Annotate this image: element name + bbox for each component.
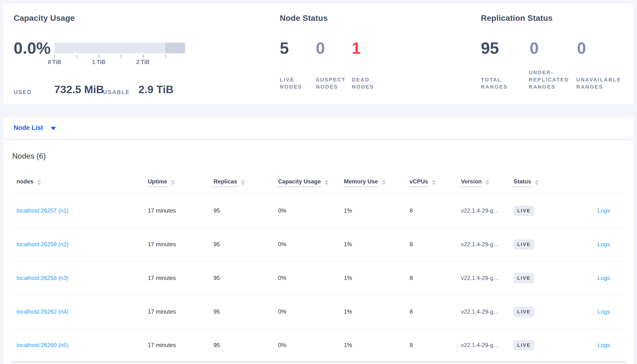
- memory-cell: 1%: [344, 308, 410, 315]
- dead-nodes-label: DEAD NODES: [352, 76, 381, 90]
- col-header-memory[interactable]: Memory Use: [344, 178, 410, 187]
- col-header-label: Status: [514, 178, 531, 187]
- capacity-cell: 0%: [278, 241, 344, 248]
- version-cell: v22.1.4-29-g…: [461, 342, 514, 348]
- col-header-label: Memory Use: [344, 178, 378, 187]
- node-cell: localhost:26259 (n2): [10, 241, 148, 248]
- node-cell: localhost:26262 (n4): [10, 308, 148, 315]
- col-header-label: nodes: [17, 178, 34, 187]
- col-header-node[interactable]: nodes: [10, 178, 148, 187]
- under-replicated-ranges-count: 0: [530, 39, 539, 57]
- node-link[interactable]: localhost:26257 (n1): [17, 207, 68, 214]
- node-link[interactable]: localhost:26262 (n4): [17, 308, 68, 315]
- used-value: 732.5 MiB: [54, 83, 104, 96]
- memory-cell: 1%: [344, 275, 410, 281]
- axis-tick: [77, 55, 77, 58]
- col-header-uptime[interactable]: Uptime: [148, 178, 213, 187]
- capacity-usage-title: Capacity Usage: [14, 13, 75, 23]
- total-ranges-label: TOTAL RANGES: [481, 76, 517, 90]
- memory-cell: 1%: [344, 241, 410, 248]
- node-list-dropdown-label: Node List: [14, 124, 43, 132]
- col-header-label: vCPUs: [410, 178, 428, 187]
- replicas-cell: 95: [213, 241, 278, 248]
- axis-tick: [121, 55, 121, 58]
- node-list-dropdown[interactable]: Node List: [14, 124, 56, 132]
- col-header-status[interactable]: Status: [514, 178, 580, 187]
- logs-cell: Logs: [597, 207, 627, 214]
- table-row: localhost:26258 (n3)17 minutes950%1%8v22…: [10, 261, 627, 295]
- uptime-cell: 17 minutes: [148, 241, 213, 248]
- node-cell: localhost:26257 (n1): [10, 207, 148, 214]
- capacity-bar-reserved-segment: [165, 43, 185, 53]
- logs-link[interactable]: Logs: [597, 275, 610, 281]
- vcpus-cell: 8: [410, 308, 461, 315]
- col-header-label: Capacity Usage: [278, 178, 321, 187]
- sort-icon: [382, 180, 386, 185]
- live-nodes-label: LIVE NODES: [280, 76, 308, 90]
- node-link[interactable]: localhost:26258 (n3): [17, 275, 68, 281]
- table-header-row: nodesUptimeReplicasCapacity UsageMemory …: [10, 171, 627, 194]
- col-header-vcpus[interactable]: vCPUs: [410, 178, 461, 187]
- vcpus-cell: 8: [410, 207, 461, 214]
- node-cell: localhost:26260 (n5): [10, 342, 148, 348]
- sort-icon: [325, 180, 329, 185]
- capacity-cell: 0%: [278, 342, 344, 348]
- cluster-summary-panel: Capacity Usage 0.0% 0 TiB 1 TiB 2 TiB US…: [3, 3, 634, 104]
- logs-link[interactable]: Logs: [597, 241, 610, 248]
- axis-tick: [99, 55, 99, 58]
- sort-icon: [535, 180, 539, 185]
- version-cell: v22.1.4-29-g…: [461, 207, 514, 214]
- logs-cell: Logs: [597, 342, 627, 348]
- sort-icon: [171, 180, 175, 185]
- replicas-cell: 95: [213, 308, 278, 315]
- status-badge: LIVE: [514, 340, 534, 350]
- replicas-cell: 95: [213, 207, 278, 214]
- usable-label: USABLE: [103, 89, 130, 96]
- axis-tick-label: 2 TiB: [136, 59, 150, 66]
- table-row: localhost:26262 (n4)17 minutes950%1%8v22…: [10, 295, 627, 329]
- capacity-cell: 0%: [278, 308, 344, 315]
- col-header-replicas[interactable]: Replicas: [213, 178, 278, 187]
- status-cell: LIVE: [514, 273, 580, 283]
- status-badge: LIVE: [514, 273, 534, 283]
- node-link[interactable]: localhost:26259 (n2): [17, 241, 68, 248]
- uptime-cell: 17 minutes: [148, 275, 213, 281]
- view-selector-bar: Node List: [3, 117, 634, 139]
- dead-nodes-count: 1: [352, 39, 361, 57]
- capacity-usage-bar: 0 TiB 1 TiB 2 TiB: [54, 43, 185, 53]
- capacity-percent: 0.0%: [14, 39, 51, 57]
- logs-cell: Logs: [597, 241, 627, 248]
- suspect-nodes-count: 0: [316, 39, 325, 57]
- version-cell: v22.1.4-29-g…: [461, 308, 514, 315]
- logs-cell: Logs: [597, 308, 627, 315]
- sort-icon: [37, 180, 41, 185]
- capacity-cell: 0%: [278, 275, 344, 281]
- capacity-cell: 0%: [278, 207, 344, 214]
- vcpus-cell: 8: [410, 342, 461, 348]
- col-header-capacity[interactable]: Capacity Usage: [278, 178, 344, 187]
- logs-link[interactable]: Logs: [597, 308, 610, 315]
- node-link[interactable]: localhost:26260 (n5): [17, 342, 68, 348]
- logs-cell: Logs: [597, 275, 627, 281]
- col-header-version[interactable]: Version: [461, 178, 514, 187]
- total-ranges-count: 95: [481, 39, 499, 57]
- logs-link[interactable]: Logs: [597, 342, 610, 348]
- used-label: USED: [14, 89, 32, 96]
- chevron-down-icon: [51, 127, 56, 130]
- version-cell: v22.1.4-29-g…: [461, 241, 514, 248]
- nodes-section-title: Nodes (6): [12, 151, 46, 161]
- status-badge: LIVE: [514, 307, 534, 317]
- replication-status-title: Replication Status: [481, 13, 553, 23]
- table-row: localhost:26259 (n2)17 minutes950%1%8v22…: [10, 228, 627, 261]
- sort-icon: [432, 180, 436, 185]
- replicas-cell: 95: [213, 342, 278, 348]
- table-row: localhost:26257 (n1)17 minutes950%1%8v22…: [10, 194, 627, 228]
- status-badge: LIVE: [514, 239, 534, 250]
- node-status-title: Node Status: [280, 13, 328, 23]
- live-nodes-count: 5: [280, 39, 289, 57]
- axis-tick-label: 1 TiB: [92, 59, 105, 66]
- logs-link[interactable]: Logs: [597, 207, 610, 214]
- col-header-label: Uptime: [148, 178, 167, 187]
- status-badge: LIVE: [514, 206, 534, 216]
- under-replicated-ranges-label: UNDER-REPLICATED RANGES: [529, 69, 581, 90]
